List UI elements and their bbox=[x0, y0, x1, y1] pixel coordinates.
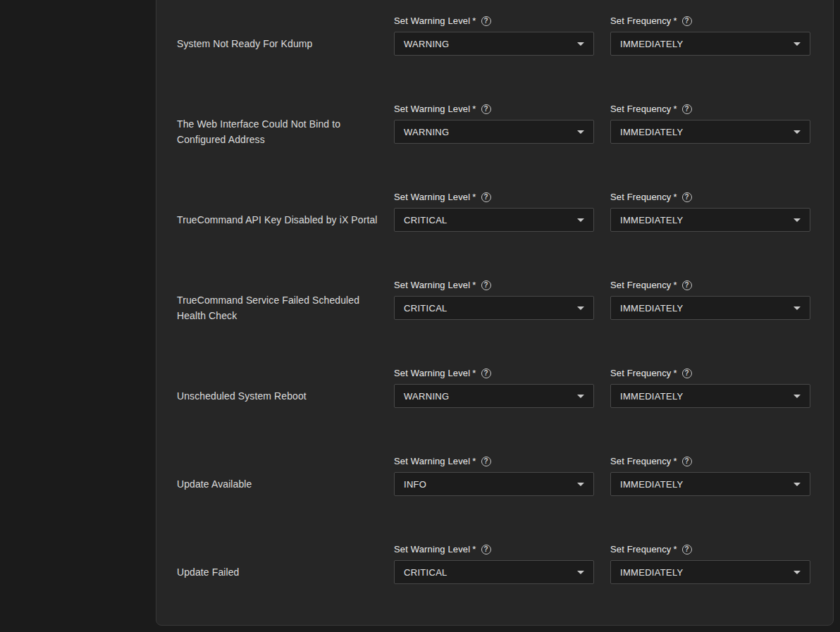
chevron-down-icon bbox=[793, 483, 801, 486]
required-marker: * bbox=[472, 192, 476, 202]
warning-level-label-text: Set Warning Level bbox=[394, 544, 470, 554]
warning-level-select[interactable]: CRITICAL bbox=[394, 560, 594, 584]
alert-settings-card: System Not Ready For Kdump Set Warning L… bbox=[156, 0, 834, 626]
warning-level-field: Set Warning Level * ? INFO bbox=[394, 456, 594, 496]
warning-level-label: Set Warning Level * ? bbox=[394, 368, 594, 378]
warning-level-select[interactable]: WARNING bbox=[394, 384, 594, 408]
help-icon[interactable]: ? bbox=[481, 545, 491, 554]
alert-name: Unscheduled System Reboot bbox=[177, 368, 383, 424]
help-icon[interactable]: ? bbox=[481, 16, 491, 26]
frequency-select[interactable]: IMMEDIATELY bbox=[610, 120, 810, 144]
frequency-label: Set Frequency * ? bbox=[610, 16, 810, 26]
warning-level-field: Set Warning Level * ? CRITICAL bbox=[394, 280, 594, 320]
required-marker: * bbox=[472, 16, 476, 26]
warning-level-value: WARNING bbox=[404, 391, 449, 402]
warning-level-field: Set Warning Level * ? WARNING bbox=[394, 16, 594, 56]
warning-level-select[interactable]: WARNING bbox=[394, 120, 594, 144]
chevron-down-icon bbox=[793, 42, 801, 46]
required-marker: * bbox=[674, 456, 677, 466]
frequency-value: IMMEDIATELY bbox=[620, 391, 684, 402]
required-marker: * bbox=[674, 16, 677, 26]
frequency-label: Set Frequency * ? bbox=[610, 192, 810, 202]
chevron-down-icon bbox=[577, 395, 584, 398]
frequency-label-text: Set Frequency bbox=[610, 104, 672, 114]
alert-row: System Not Ready For Kdump Set Warning L… bbox=[177, 16, 813, 72]
warning-level-value: CRITICAL bbox=[404, 215, 447, 225]
help-icon[interactable]: ? bbox=[481, 368, 491, 378]
warning-level-label-text: Set Warning Level bbox=[394, 192, 470, 202]
chevron-down-icon bbox=[577, 42, 584, 46]
frequency-field: Set Frequency * ? IMMEDIATELY bbox=[610, 16, 810, 56]
frequency-select[interactable]: IMMEDIATELY bbox=[610, 296, 810, 320]
required-marker: * bbox=[674, 280, 677, 290]
warning-level-label: Set Warning Level * ? bbox=[394, 544, 594, 554]
alert-row: Update Failed Set Warning Level * ? CRIT… bbox=[177, 544, 813, 600]
warning-level-label-text: Set Warning Level bbox=[394, 368, 470, 378]
frequency-field: Set Frequency * ? IMMEDIATELY bbox=[610, 280, 810, 320]
warning-level-label-text: Set Warning Level bbox=[394, 280, 470, 290]
frequency-field: Set Frequency * ? IMMEDIATELY bbox=[610, 368, 810, 408]
chevron-down-icon bbox=[577, 130, 584, 134]
warning-level-select[interactable]: CRITICAL bbox=[394, 296, 594, 320]
help-icon[interactable]: ? bbox=[481, 192, 491, 202]
alert-row: The Web Interface Could Not Bind to Conf… bbox=[177, 104, 813, 160]
warning-level-value: CRITICAL bbox=[404, 567, 447, 578]
warning-level-field: Set Warning Level * ? CRITICAL bbox=[394, 192, 594, 232]
frequency-label-text: Set Frequency bbox=[610, 280, 672, 290]
required-marker: * bbox=[674, 544, 677, 554]
chevron-down-icon bbox=[793, 130, 801, 134]
frequency-value: IMMEDIATELY bbox=[620, 303, 684, 314]
frequency-value: IMMEDIATELY bbox=[620, 127, 684, 137]
help-icon[interactable]: ? bbox=[682, 16, 692, 26]
frequency-label-text: Set Frequency bbox=[610, 16, 672, 26]
warning-level-select[interactable]: CRITICAL bbox=[394, 208, 594, 232]
frequency-label-text: Set Frequency bbox=[610, 368, 672, 378]
warning-level-value: WARNING bbox=[404, 127, 449, 137]
help-icon[interactable]: ? bbox=[682, 192, 692, 202]
warning-level-label-text: Set Warning Level bbox=[394, 104, 470, 114]
frequency-field: Set Frequency * ? IMMEDIATELY bbox=[610, 104, 810, 144]
frequency-value: IMMEDIATELY bbox=[620, 215, 684, 225]
help-icon[interactable]: ? bbox=[481, 104, 491, 114]
alert-row: TrueCommand Service Failed Scheduled Hea… bbox=[177, 280, 813, 336]
frequency-value: IMMEDIATELY bbox=[620, 479, 684, 490]
chevron-down-icon bbox=[577, 306, 584, 310]
chevron-down-icon bbox=[577, 483, 584, 486]
warning-level-label: Set Warning Level * ? bbox=[394, 456, 594, 466]
warning-level-value: WARNING bbox=[404, 39, 449, 49]
help-icon[interactable]: ? bbox=[682, 545, 692, 554]
frequency-label-text: Set Frequency bbox=[610, 544, 672, 554]
help-icon[interactable]: ? bbox=[682, 104, 692, 114]
frequency-select[interactable]: IMMEDIATELY bbox=[610, 384, 810, 408]
warning-level-field: Set Warning Level * ? WARNING bbox=[394, 368, 594, 408]
alert-row: Unscheduled System Reboot Set Warning Le… bbox=[177, 368, 813, 424]
help-icon[interactable]: ? bbox=[481, 280, 491, 290]
warning-level-select[interactable]: WARNING bbox=[394, 32, 594, 56]
required-marker: * bbox=[472, 368, 476, 378]
warning-level-field: Set Warning Level * ? CRITICAL bbox=[394, 544, 594, 584]
frequency-select[interactable]: IMMEDIATELY bbox=[610, 208, 810, 232]
warning-level-label-text: Set Warning Level bbox=[394, 456, 470, 466]
frequency-select[interactable]: IMMEDIATELY bbox=[610, 472, 810, 496]
help-icon[interactable]: ? bbox=[682, 368, 692, 378]
frequency-label-text: Set Frequency bbox=[610, 192, 672, 202]
frequency-field: Set Frequency * ? IMMEDIATELY bbox=[610, 544, 810, 584]
alert-name: The Web Interface Could Not Bind to Conf… bbox=[177, 104, 383, 160]
help-icon[interactable]: ? bbox=[682, 457, 692, 466]
frequency-select[interactable]: IMMEDIATELY bbox=[610, 32, 810, 56]
alert-name: TrueCommand Service Failed Scheduled Hea… bbox=[177, 280, 383, 336]
chevron-down-icon bbox=[793, 218, 801, 222]
alert-name: TrueCommand API Key Disabled by iX Porta… bbox=[177, 192, 383, 248]
frequency-field: Set Frequency * ? IMMEDIATELY bbox=[610, 192, 810, 232]
required-marker: * bbox=[472, 104, 476, 114]
warning-level-select[interactable]: INFO bbox=[394, 472, 594, 496]
alert-name: Update Failed bbox=[177, 544, 383, 600]
frequency-select[interactable]: IMMEDIATELY bbox=[610, 560, 810, 584]
help-icon[interactable]: ? bbox=[682, 280, 692, 290]
frequency-value: IMMEDIATELY bbox=[620, 39, 684, 49]
help-icon[interactable]: ? bbox=[481, 457, 491, 466]
alert-row: TrueCommand API Key Disabled by iX Porta… bbox=[177, 192, 813, 248]
required-marker: * bbox=[674, 104, 677, 114]
required-marker: * bbox=[472, 544, 476, 554]
warning-level-label: Set Warning Level * ? bbox=[394, 104, 594, 114]
